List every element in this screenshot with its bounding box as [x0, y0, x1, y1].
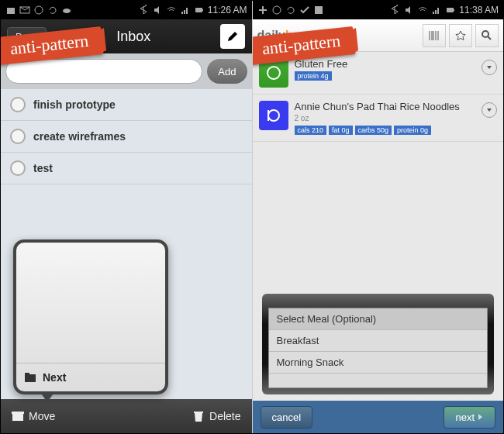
clock-text: 11:26 AM [208, 5, 247, 16]
todo-label: test [33, 162, 53, 174]
archive-icon [12, 410, 24, 422]
radio-icon[interactable] [10, 129, 26, 144]
picker-option[interactable]: Breakfast [269, 330, 488, 352]
food-name: Gluten Free [295, 58, 498, 70]
expand-button[interactable] [482, 102, 497, 118]
list-item[interactable]: create wireframes [1, 121, 252, 153]
food-thumb [259, 101, 288, 130]
pencil-icon [226, 30, 239, 43]
nutrition-tag: cals 210 [295, 126, 327, 135]
check-icon [299, 5, 310, 16]
chevron-down-icon [485, 106, 493, 114]
clock-text: 11:38 AM [459, 5, 499, 16]
meal-picker: Select Meal (Optional) Breakfast Morning… [262, 294, 495, 394]
phone-left: 11:26 AM Back Inbox Add finish prototype… [1, 1, 253, 433]
bottom-toolbar: Move Delete [1, 399, 252, 433]
next-button[interactable]: next [444, 406, 495, 429]
cancel-button[interactable]: cancel [261, 406, 313, 429]
search-button[interactable] [475, 24, 499, 47]
svg-rect-11 [315, 6, 323, 14]
svg-rect-5 [202, 9, 203, 11]
picker-wheel[interactable]: Select Meal (Optional) Breakfast Morning… [268, 308, 488, 388]
svg-rect-7 [25, 373, 29, 375]
chevron-right-icon [478, 413, 484, 421]
svg-point-3 [63, 9, 71, 13]
page-title: Inbox [116, 29, 150, 45]
food-size: 2 oz [295, 114, 498, 122]
picker-option[interactable]: Morning Snack [269, 352, 488, 374]
svg-point-16 [268, 110, 279, 121]
new-todo-input[interactable] [5, 59, 202, 84]
next-label: next [455, 412, 475, 423]
mute-icon [152, 5, 163, 16]
plus-icon [257, 5, 268, 16]
list-item[interactable]: finish prototype [1, 89, 252, 121]
mute-icon [403, 5, 414, 16]
barcode-icon [428, 29, 440, 42]
list-item[interactable]: test [1, 153, 252, 184]
phone-right: 11:38 AM dailyburn Gluten Free protein 4… [253, 1, 504, 433]
add-button[interactable]: Add [207, 59, 247, 84]
barcode-button[interactable] [423, 24, 446, 47]
popover-arrow-icon [40, 391, 55, 402]
folder-icon [24, 372, 36, 383]
status-bar: 11:38 AM [253, 1, 504, 19]
svg-point-14 [482, 31, 488, 37]
refresh-icon [47, 5, 58, 16]
svg-rect-9 [12, 412, 24, 414]
list-item[interactable]: Annie Chun's Pad Thai Rice Noodles 2 oz … [253, 95, 504, 142]
nutrition-tag: protein 0g [394, 126, 431, 135]
popover-next-label: Next [43, 371, 66, 384]
svg-rect-6 [25, 374, 36, 382]
signal-icon [180, 5, 191, 16]
food-name: Annie Chun's Pad Thai Rice Noodles [295, 101, 498, 112]
bluetooth-icon [138, 5, 149, 16]
nutrition-tag: protein 4g [295, 71, 332, 81]
svg-point-2 [35, 6, 43, 14]
trash-icon [192, 410, 205, 422]
svg-rect-4 [195, 8, 202, 12]
chrome-icon [271, 5, 282, 16]
delete-button[interactable]: Delete [192, 410, 240, 422]
svg-rect-0 [7, 8, 15, 14]
svg-rect-13 [454, 9, 454, 11]
svg-rect-8 [12, 414, 23, 421]
search-icon [481, 29, 493, 42]
bluetooth-icon [389, 5, 400, 16]
cloud-icon [61, 5, 72, 16]
radio-icon[interactable] [10, 97, 26, 112]
facebook-icon [313, 5, 324, 16]
compose-button[interactable] [220, 24, 245, 49]
move-button[interactable]: Move [12, 410, 55, 422]
favorite-button[interactable] [449, 24, 472, 47]
svg-point-15 [268, 67, 280, 79]
status-bar: 11:26 AM [1, 1, 252, 19]
battery-icon [445, 5, 456, 16]
delete-label: Delete [209, 410, 240, 422]
refresh-icon [285, 5, 296, 16]
popover-next-row[interactable]: Next [16, 363, 165, 391]
nutrition-tag: fat 0g [329, 126, 353, 135]
chrome-icon [33, 5, 44, 16]
svg-point-10 [273, 6, 281, 14]
radio-icon[interactable] [10, 160, 26, 176]
home-icon [5, 5, 16, 16]
bottom-toolbar: cancel next [253, 401, 504, 433]
move-popover: Next [13, 239, 168, 394]
signal-icon [431, 5, 442, 16]
svg-rect-12 [447, 8, 454, 12]
move-label: Move [29, 410, 55, 422]
picker-option[interactable]: Select Meal (Optional) [269, 308, 488, 330]
chevron-down-icon [485, 64, 493, 71]
expand-button[interactable] [482, 60, 497, 75]
nutrition-tag: carbs 50g [355, 126, 392, 135]
todo-label: create wireframes [33, 130, 126, 143]
mail-icon [19, 5, 30, 16]
wifi-icon [417, 5, 428, 16]
battery-icon [194, 5, 205, 16]
todo-label: finish prototype [33, 98, 116, 111]
star-icon [454, 29, 467, 42]
wifi-icon [166, 5, 177, 16]
